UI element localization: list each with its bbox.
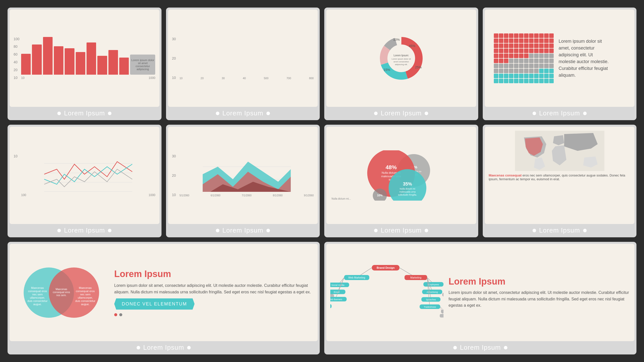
waffle-cell — [544, 64, 549, 68]
ex1-trade — [441, 310, 444, 313]
svg-text:nos sem.: nos sem. — [56, 294, 67, 297]
waffle-cell — [504, 49, 508, 53]
waffle-cell — [529, 74, 534, 78]
waffle-cell — [504, 74, 508, 78]
bar-5 — [65, 48, 74, 75]
footer-label-5: Lorem Ipsum — [64, 227, 105, 234]
card-inner-mindmap: Brand Design Web Marketing Social media … — [326, 244, 634, 341]
waffle-cell — [509, 54, 513, 58]
waffle-cell — [514, 54, 518, 58]
bubble-small-pct: 10% — [377, 194, 383, 197]
donut-center-text3: adipiscing elit. — [395, 63, 408, 66]
dashboard-grid: 10 20 40 60 80 100 — [0, 0, 644, 362]
svg-text:sollicitudin fringilla.: sollicitudin fringilla. — [398, 194, 417, 196]
venn-title: Lorem Ipsum — [114, 269, 314, 279]
waffle-cell — [499, 79, 503, 83]
waffle-cell — [534, 59, 539, 63]
waffle-cell — [524, 59, 529, 63]
line-teal — [44, 164, 132, 184]
waffle-cell — [529, 33, 534, 38]
waffle-cell — [534, 54, 539, 58]
waffle-cell — [529, 43, 534, 48]
waffle-cell — [534, 79, 539, 83]
svg-line-41 — [335, 278, 344, 299]
waffle-cell — [519, 43, 524, 48]
svg-text:Social media: Social media — [331, 284, 344, 286]
waffle-cell — [519, 79, 524, 83]
waffle-cell — [534, 43, 539, 48]
waffle-cell — [494, 33, 498, 38]
bars-container: Lorem ipsum dolor sit amet consectetur a… — [21, 37, 155, 75]
waffle-grid — [494, 33, 554, 83]
card-bar-chart: 10 20 40 60 80 100 — [8, 8, 162, 120]
waffle-cell — [514, 79, 518, 83]
card-inner-waffle: Lorem ipsum dolor sit amet, consectetur … — [485, 10, 635, 107]
venn-body: Lorem ipsum dolor sit amet, consectetur … — [114, 282, 314, 295]
footer-dot-left-4 — [533, 112, 536, 115]
footer-dot-right-9 — [187, 346, 191, 349]
svg-text:Marketing: Marketing — [410, 276, 421, 279]
waffle-cell — [534, 49, 539, 53]
card-line: 10 100 1000 — [8, 125, 162, 237]
waffle-cell — [499, 33, 503, 38]
waffle-cell — [539, 59, 544, 63]
waffle-cell — [494, 49, 498, 53]
waffle-cell — [529, 79, 534, 83]
waffle-cell — [524, 74, 529, 78]
venn-button[interactable]: DONEC VEL ELEMENTUM — [114, 298, 194, 310]
footer-label-1: Lorem Ipsum — [64, 109, 105, 117]
waffle-cell — [529, 69, 534, 73]
y-labels-area: 10 20 30 — [172, 154, 179, 197]
card-bubble: 16% nulla dictum no convallis 48% Nulla … — [324, 125, 478, 237]
waffle-cell — [499, 49, 503, 53]
bar-8 — [97, 56, 107, 75]
x-labels-line: 100 1000 — [21, 193, 155, 197]
bar-10 — [119, 58, 129, 75]
waffle-cell — [549, 54, 554, 58]
venn-dots — [114, 313, 314, 316]
bar-1 — [21, 54, 31, 75]
waffle-cell — [524, 79, 529, 83]
waffle-cell — [504, 69, 508, 73]
footer-dot-right-1 — [108, 112, 111, 115]
waffle-cell — [544, 79, 549, 83]
waffle-cell — [539, 64, 544, 68]
footer-label-6: Lorem Ipsum — [222, 227, 263, 234]
dot-red — [114, 313, 117, 316]
area-svg — [180, 154, 314, 192]
svg-text:Web Banners: Web Banners — [330, 298, 342, 301]
footer-dot-right-10 — [504, 346, 507, 349]
waffle-cell — [519, 49, 524, 53]
waffle-cell — [544, 54, 549, 58]
waffle-cell — [544, 38, 549, 43]
footer-dot-right-6 — [266, 229, 270, 232]
waffle-cell — [494, 43, 498, 48]
waffle-cell — [494, 79, 498, 83]
card-waffle: Lorem ipsum dolor sit amet, consectetur … — [483, 8, 637, 120]
svg-text:nec sem: nec sem — [32, 293, 43, 296]
footer-label-3: Lorem Ipsum — [381, 109, 422, 117]
mindmap-diagram: Brand Design Web Marketing Social media … — [330, 264, 444, 322]
card-map: Maecenas consequat eros nec sem ullamcor… — [483, 125, 637, 237]
waffle-cell — [544, 33, 549, 38]
bubble-label-bottom: Nulla dictum mi... — [332, 197, 351, 200]
svg-text:Maecenas: Maecenas — [79, 286, 92, 289]
svg-text:Speeches: Speeches — [426, 298, 436, 301]
waffle-cell — [504, 59, 508, 63]
footer-dot-right-2 — [266, 112, 270, 115]
waffle-cell — [499, 69, 503, 73]
mindmap-title: Lorem Ipsum — [449, 276, 630, 287]
svg-text:nec sem: nec sem — [80, 293, 91, 296]
waffle-cell — [539, 69, 544, 73]
waffle-cell — [524, 49, 529, 53]
waffle-cell — [519, 38, 524, 43]
waffle-cell — [509, 49, 513, 53]
waffle-cell — [514, 59, 518, 63]
waffle-cell — [509, 79, 513, 83]
donut-chart-area: 45% 25% 15% 10% Lorem Ipsum: Lorem ipsum… — [330, 36, 472, 81]
card-inner-bubble: 16% nulla dictum no convallis 48% Nulla … — [326, 127, 476, 224]
svg-text:ullamcorper,: ullamcorper, — [30, 296, 45, 299]
waffle-cell — [529, 59, 534, 63]
waffle-cell — [504, 54, 508, 58]
y-labels-line: 10 — [14, 154, 21, 197]
